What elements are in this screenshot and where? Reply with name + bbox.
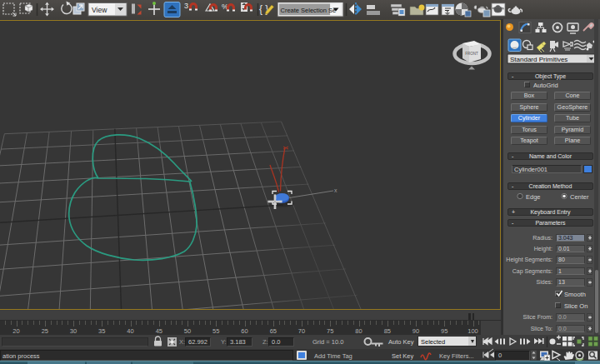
- svg-text:x: x: [334, 187, 338, 193]
- svg-text:View: View: [92, 6, 108, 14]
- svg-text:Create Selection Se: Create Selection Se: [281, 7, 337, 14]
- svg-text:3: 3: [184, 2, 188, 10]
- svg-text:FRONT: FRONT: [465, 52, 478, 56]
